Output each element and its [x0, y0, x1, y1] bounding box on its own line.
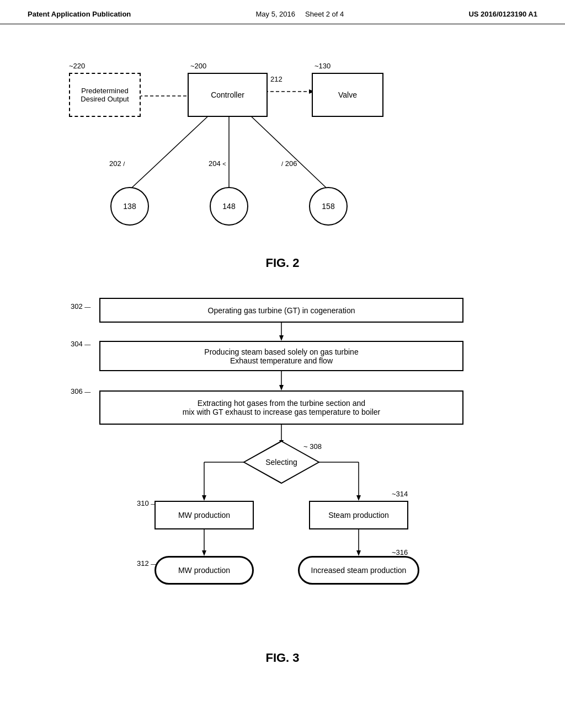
box-306: Extracting hot gases from the turbine se…	[99, 390, 463, 425]
header-left: Patent Application Publication	[28, 10, 131, 18]
box-304: Producing steam based solely on gas turb…	[99, 341, 463, 371]
svg-marker-11	[279, 335, 284, 341]
box-valve: Valve	[312, 73, 383, 117]
page-header: Patent Application Publication May 5, 20…	[0, 0, 565, 24]
ref-306: 306 —	[71, 387, 90, 395]
ref-220: ~220	[69, 62, 85, 70]
header-right: US 2016/0123190 A1	[468, 10, 537, 18]
rounded-312: MW production	[154, 556, 254, 585]
ref-314: ~314	[392, 490, 408, 498]
diamond-308-svg: Selecting	[243, 440, 320, 484]
svg-marker-25	[356, 550, 361, 556]
header-date: May 5, 2016	[256, 10, 296, 18]
box-predetermined-output: Predetermined Desired Output	[69, 73, 141, 117]
ref-202: 202 /	[109, 159, 125, 168]
header-center: May 5, 2016 Sheet 2 of 4	[256, 10, 344, 18]
circle-148: 148	[210, 187, 248, 226]
ref-206: / 206	[281, 159, 297, 168]
svg-marker-13	[279, 385, 284, 390]
ref-312: 312 —	[137, 559, 157, 568]
ref-304: 304 —	[71, 340, 90, 348]
svg-line-8	[248, 114, 328, 190]
ref-212: 212	[270, 75, 282, 83]
box-314: Steam production	[309, 501, 408, 529]
ref-310: 310 —	[137, 499, 157, 507]
fig3-diagram: 302 — Operating gas turbine (GT) in coge…	[33, 292, 532, 667]
svg-marker-23	[202, 550, 206, 556]
svg-marker-18	[202, 495, 206, 501]
ref-302: 302 —	[71, 302, 90, 311]
fig2-label: FIG. 2	[33, 256, 532, 270]
svg-text:Selecting: Selecting	[265, 458, 297, 467]
box-302: Operating gas turbine (GT) in cogenerati…	[99, 298, 463, 323]
fig2-connections	[33, 41, 532, 250]
ref-130: ~130	[315, 62, 331, 70]
svg-marker-21	[356, 495, 361, 501]
ref-316: ~316	[392, 548, 408, 556]
svg-line-4	[130, 114, 211, 190]
main-content: ~220 Predetermined Desired Output ~200 C…	[0, 24, 565, 698]
box-310: MW production	[154, 501, 254, 529]
ref-204: 204 <	[209, 159, 226, 168]
circle-138: 138	[110, 187, 149, 226]
box-controller: Controller	[188, 73, 268, 117]
fig2-diagram: ~220 Predetermined Desired Output ~200 C…	[33, 41, 532, 250]
ref-200: ~200	[190, 62, 206, 70]
rounded-316: Increased steam production	[298, 556, 419, 585]
header-sheet: Sheet 2 of 4	[305, 10, 344, 18]
circle-158: 158	[309, 187, 348, 226]
